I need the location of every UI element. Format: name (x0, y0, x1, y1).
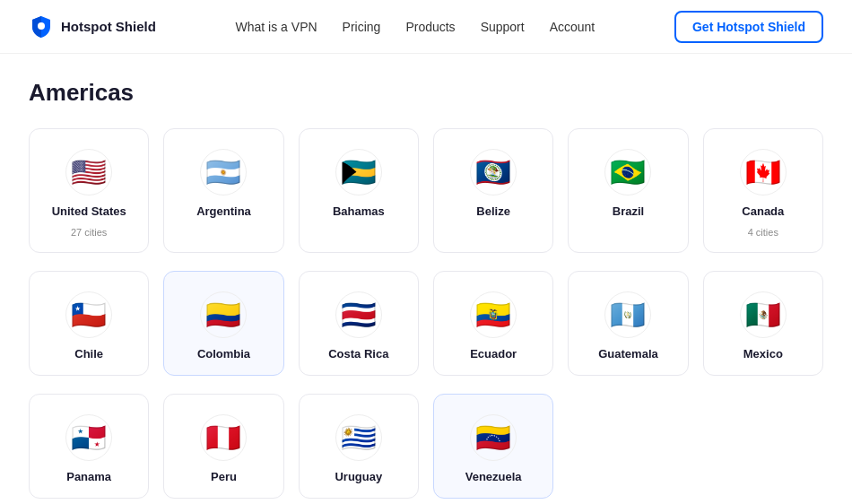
flag-panama: 🇵🇦 (65, 414, 112, 461)
country-card-venezuela[interactable]: 🇻🇪Venezuela (433, 394, 553, 499)
flag-chile: 🇨🇱 (65, 291, 112, 338)
country-card-peru[interactable]: 🇵🇪Peru (163, 394, 283, 499)
flag-canada: 🇨🇦 (740, 149, 787, 196)
flag-brazil: 🇧🇷 (604, 149, 651, 196)
country-name: Bahamas (333, 204, 385, 218)
country-card-costa-rica[interactable]: 🇨🇷Costa Rica (299, 271, 419, 376)
country-row-1: 🇨🇱Chile🇨🇴Colombia🇨🇷Costa Rica🇪🇨Ecuador🇬🇹… (29, 271, 823, 376)
country-name: Venezuela (465, 470, 522, 483)
country-card-empty-5 (703, 394, 823, 499)
country-card-united-states[interactable]: 🇺🇸United States27 cities (29, 128, 149, 253)
country-cities: 4 cities (748, 227, 778, 238)
svg-point-0 (38, 22, 45, 30)
country-card-mexico[interactable]: 🇲🇽Mexico (703, 271, 823, 376)
flag-colombia: 🇨🇴 (200, 291, 247, 338)
country-name: Mexico (743, 347, 783, 361)
flag-ecuador: 🇪🇨 (470, 291, 517, 338)
logo[interactable]: Hotspot Shield (29, 14, 156, 39)
page-title: Americas (29, 79, 823, 107)
flag-costa-rica: 🇨🇷 (335, 291, 382, 338)
country-card-ecuador[interactable]: 🇪🇨Ecuador (433, 271, 553, 376)
country-card-guatemala[interactable]: 🇬🇹Guatemala (568, 271, 688, 376)
flag-united-states: 🇺🇸 (65, 149, 112, 196)
country-card-canada[interactable]: 🇨🇦Canada4 cities (703, 128, 823, 253)
country-card-brazil[interactable]: 🇧🇷Brazil (568, 128, 688, 253)
country-card-colombia[interactable]: 🇨🇴Colombia (163, 271, 283, 376)
country-card-empty-4 (568, 394, 688, 499)
nav-pricing[interactable]: Pricing (343, 20, 381, 34)
country-name: Colombia (197, 347, 250, 361)
country-row-0: 🇺🇸United States27 cities🇦🇷Argentina🇧🇸Bah… (29, 128, 823, 253)
logo-text: Hotspot Shield (61, 19, 156, 34)
flag-argentina: 🇦🇷 (200, 149, 247, 196)
flag-uruguay: 🇺🇾 (335, 414, 382, 461)
main-nav: What is a VPN Pricing Products Support A… (236, 20, 596, 34)
nav-products[interactable]: Products (405, 20, 455, 34)
nav-what-is-vpn[interactable]: What is a VPN (236, 20, 317, 34)
flag-belize: 🇧🇿 (470, 149, 517, 196)
country-name: Panama (66, 470, 111, 483)
country-card-chile[interactable]: 🇨🇱Chile (29, 271, 149, 376)
country-name: Chile (74, 347, 103, 361)
logo-shield-icon (29, 14, 54, 39)
country-name: Guatemala (598, 347, 657, 361)
nav-support[interactable]: Support (481, 20, 525, 34)
country-name: United States (52, 204, 126, 218)
country-cities: 27 cities (71, 227, 107, 238)
country-name: Brazil (613, 204, 644, 218)
country-name: Canada (742, 204, 784, 218)
country-card-belize[interactable]: 🇧🇿Belize (433, 128, 553, 253)
country-name: Argentina (196, 204, 251, 218)
flag-mexico: 🇲🇽 (740, 291, 787, 338)
flag-guatemala: 🇬🇹 (604, 291, 651, 338)
country-row-2: 🇵🇦Panama🇵🇪Peru🇺🇾Uruguay🇻🇪Venezuela (29, 394, 823, 499)
country-name: Ecuador (470, 347, 517, 361)
nav-account[interactable]: Account (550, 20, 596, 34)
country-name: Costa Rica (328, 347, 388, 361)
country-card-panama[interactable]: 🇵🇦Panama (29, 394, 149, 499)
flag-venezuela: 🇻🇪 (470, 414, 517, 461)
country-name: Uruguay (335, 470, 382, 483)
flag-peru: 🇵🇪 (200, 414, 247, 461)
country-name: Belize (476, 204, 510, 218)
country-card-argentina[interactable]: 🇦🇷Argentina (163, 128, 283, 253)
flag-bahamas: 🇧🇸 (335, 149, 382, 196)
country-card-uruguay[interactable]: 🇺🇾Uruguay (299, 394, 419, 499)
country-card-bahamas[interactable]: 🇧🇸Bahamas (299, 128, 419, 253)
get-hotspot-shield-button[interactable]: Get Hotspot Shield (674, 11, 823, 43)
country-name: Peru (211, 470, 237, 483)
